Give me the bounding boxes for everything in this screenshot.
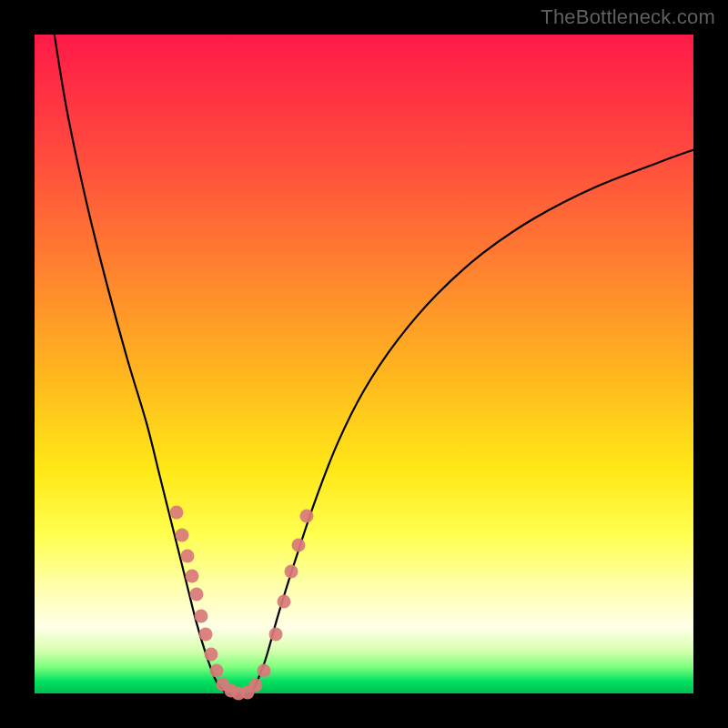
data-point xyxy=(285,565,298,579)
data-point xyxy=(277,594,290,608)
data-point xyxy=(249,679,263,693)
data-point xyxy=(291,539,305,552)
data-point xyxy=(209,664,223,678)
data-point xyxy=(199,627,213,641)
data-point xyxy=(176,529,189,542)
data-point xyxy=(257,663,270,677)
chart-frame: TheBottleneck.com xyxy=(0,0,728,728)
data-point xyxy=(186,570,199,583)
data-point xyxy=(300,509,314,522)
bottleneck-curve xyxy=(35,35,693,693)
data-point xyxy=(190,588,204,602)
data-point xyxy=(195,609,208,622)
data-point xyxy=(205,647,218,661)
chart-plot-area xyxy=(35,35,693,693)
data-point xyxy=(180,550,194,563)
data-point xyxy=(268,627,282,641)
curve-right-branch xyxy=(252,150,693,693)
data-point xyxy=(169,505,183,519)
watermark-text: TheBottleneck.com xyxy=(541,5,715,29)
